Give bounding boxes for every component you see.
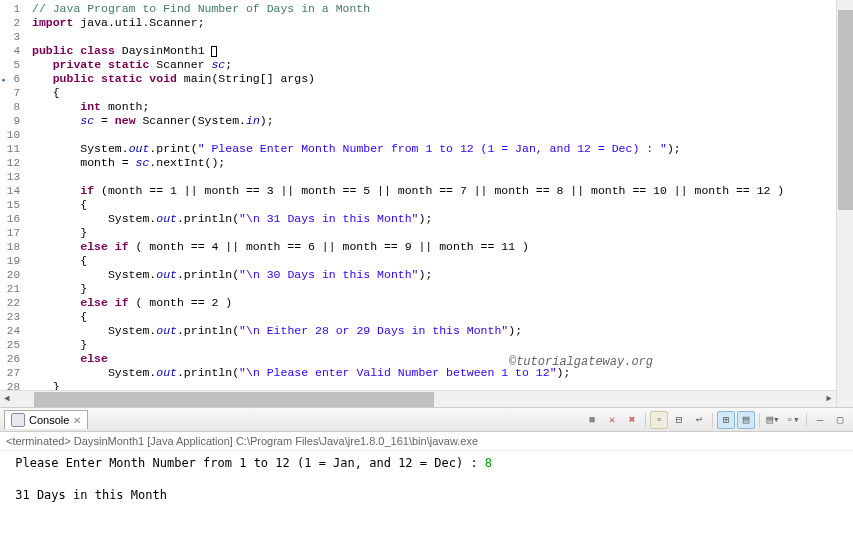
code-line[interactable]: public class DaysinMonth1: [32, 44, 853, 58]
scrollbar-thumb[interactable]: [34, 392, 434, 407]
line-number: 6: [4, 72, 20, 86]
code-content[interactable]: // Java Program to Find Number of Days i…: [28, 0, 853, 407]
line-number: 9: [4, 114, 20, 128]
code-editor[interactable]: 1234567891011121314151617181920212223242…: [0, 0, 853, 408]
console-toolbar: ■ ✕ ✖ ▫ ⊟ ↩ ⊞ ▤ ▤▾ ▫▾ — ▢: [583, 411, 849, 429]
line-number-gutter: 1234567891011121314151617181920212223242…: [0, 0, 28, 407]
close-tab-icon[interactable]: ✕: [73, 415, 81, 426]
line-number: 3: [4, 30, 20, 44]
code-line[interactable]: else if ( month == 4 || month == 6 || mo…: [32, 240, 853, 254]
code-line[interactable]: [32, 30, 853, 44]
line-number: 15: [4, 198, 20, 212]
console-panel: Console ✕ ■ ✕ ✖ ▫ ⊟ ↩ ⊞ ▤ ▤▾ ▫▾ — ▢ <ter…: [0, 408, 853, 549]
line-number: 16: [4, 212, 20, 226]
console-prompt: Please Enter Month Number from 1 to 12 (…: [8, 456, 485, 470]
code-line[interactable]: System.out.println("\n Either 28 or 29 D…: [32, 324, 853, 338]
line-number: 1: [4, 2, 20, 16]
line-number: 25: [4, 338, 20, 352]
code-line[interactable]: // Java Program to Find Number of Days i…: [32, 2, 853, 16]
code-line[interactable]: }: [32, 282, 853, 296]
code-line[interactable]: System.out.print(" Please Enter Month Nu…: [32, 142, 853, 156]
code-line[interactable]: private static Scanner sc;: [32, 58, 853, 72]
line-number: 19: [4, 254, 20, 268]
line-number: 11: [4, 142, 20, 156]
code-line[interactable]: else: [32, 352, 853, 366]
line-number: 8: [4, 100, 20, 114]
scroll-lock-icon[interactable]: ⊟: [670, 411, 688, 429]
line-number: 26: [4, 352, 20, 366]
line-number: 7: [4, 86, 20, 100]
line-number: 5: [4, 58, 20, 72]
line-number: 23: [4, 310, 20, 324]
line-number: 27: [4, 366, 20, 380]
word-wrap-icon[interactable]: ↩: [690, 411, 708, 429]
code-line[interactable]: sc = new Scanner(System.in);: [32, 114, 853, 128]
code-line[interactable]: {: [32, 310, 853, 324]
user-input: 8: [485, 456, 492, 470]
scroll-left-icon[interactable]: ◄: [0, 394, 14, 404]
separator: [712, 413, 713, 427]
line-number: 21: [4, 282, 20, 296]
minimize-icon[interactable]: —: [811, 411, 829, 429]
code-line[interactable]: System.out.println("\n 30 Days in this M…: [32, 268, 853, 282]
line-number: 13: [4, 170, 20, 184]
line-number: 14: [4, 184, 20, 198]
code-line[interactable]: System.out.println("\n Please enter Vali…: [32, 366, 853, 380]
line-number: 2: [4, 16, 20, 30]
horizontal-scrollbar[interactable]: ◄ ►: [0, 390, 836, 407]
line-number: 4: [4, 44, 20, 58]
console-tab[interactable]: Console ✕: [4, 410, 88, 429]
line-number: 20: [4, 268, 20, 282]
code-line[interactable]: {: [32, 86, 853, 100]
line-number: 17: [4, 226, 20, 240]
code-line[interactable]: [32, 170, 853, 184]
code-line[interactable]: public static void main(String[] args): [32, 72, 853, 86]
terminate-icon[interactable]: ■: [583, 411, 601, 429]
code-line[interactable]: int month;: [32, 100, 853, 114]
console-output[interactable]: Please Enter Month Number from 1 to 12 (…: [0, 451, 853, 507]
console-tab-label: Console: [29, 414, 69, 426]
console-header: Console ✕ ■ ✕ ✖ ▫ ⊟ ↩ ⊞ ▤ ▤▾ ▫▾ — ▢: [0, 408, 853, 432]
code-line[interactable]: {: [32, 198, 853, 212]
separator: [759, 413, 760, 427]
display-console-icon[interactable]: ▤: [737, 411, 755, 429]
line-number: 10: [4, 128, 20, 142]
remove-launch-icon[interactable]: ✕: [603, 411, 621, 429]
line-number: 22: [4, 296, 20, 310]
line-number: 18: [4, 240, 20, 254]
code-line[interactable]: import java.util.Scanner;: [32, 16, 853, 30]
code-line[interactable]: System.out.println("\n 31 Days in this M…: [32, 212, 853, 226]
scroll-right-icon[interactable]: ►: [822, 394, 836, 404]
code-line[interactable]: else if ( month == 2 ): [32, 296, 853, 310]
pin-console-icon[interactable]: ⊞: [717, 411, 735, 429]
vertical-scrollbar[interactable]: [836, 0, 853, 407]
code-line[interactable]: }: [32, 226, 853, 240]
code-line[interactable]: [32, 128, 853, 142]
scrollbar-thumb[interactable]: [838, 10, 853, 210]
new-console-icon[interactable]: ▫▾: [784, 411, 802, 429]
clear-console-icon[interactable]: ▫: [650, 411, 668, 429]
console-icon: [11, 413, 25, 427]
open-console-icon[interactable]: ▤▾: [764, 411, 782, 429]
console-launch-info: <terminated> DaysinMonth1 [Java Applicat…: [0, 432, 853, 451]
code-line[interactable]: {: [32, 254, 853, 268]
line-number: 24: [4, 324, 20, 338]
code-line[interactable]: if (month == 1 || month == 3 || month ==…: [32, 184, 853, 198]
separator: [806, 413, 807, 427]
remove-all-icon[interactable]: ✖: [623, 411, 641, 429]
watermark: ©tutorialgateway.org: [509, 355, 653, 369]
line-number: 12: [4, 156, 20, 170]
maximize-icon[interactable]: ▢: [831, 411, 849, 429]
code-line[interactable]: }: [32, 338, 853, 352]
code-line[interactable]: month = sc.nextInt();: [32, 156, 853, 170]
separator: [645, 413, 646, 427]
console-result: 31 Days in this Month: [8, 488, 167, 502]
